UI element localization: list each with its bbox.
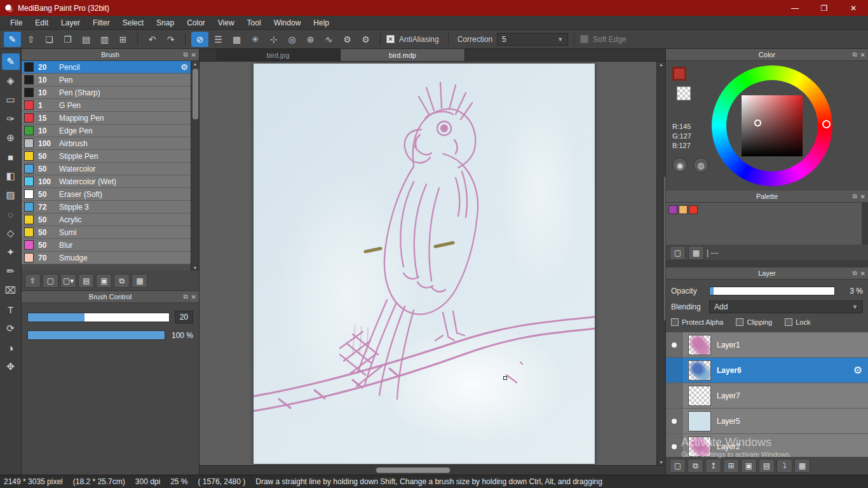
checkbox-lock[interactable]: Lock: [785, 318, 810, 326]
close-icon[interactable]: ✕: [191, 294, 196, 301]
canvas-vertical-scrollbar[interactable]: ▲ ▼: [656, 62, 665, 465]
menu-window[interactable]: Window: [268, 17, 308, 29]
palette-color-swatch[interactable]: [689, 205, 698, 214]
scroll-down-icon[interactable]: ▼: [659, 460, 663, 464]
brush-row[interactable]: 10 Edge Pen: [22, 125, 191, 137]
edit-brush-icon[interactable]: ▤: [78, 274, 94, 288]
scroll-up-icon[interactable]: ▲: [659, 62, 663, 67]
brush-row[interactable]: 50 Acrylic: [22, 214, 191, 226]
snap-curve-icon[interactable]: ∿: [320, 32, 337, 47]
layer-settings-gear-icon[interactable]: ⚙: [853, 364, 862, 376]
hand-tool[interactable]: ✥: [2, 358, 20, 375]
merge-layer-icon[interactable]: ⤵: [776, 459, 792, 473]
foreground-color-swatch[interactable]: [672, 67, 686, 81]
menu-view[interactable]: View: [212, 17, 241, 29]
layer-row-layer2[interactable]: Layer2: [666, 434, 868, 457]
copy-layer-icon[interactable]: ▤: [759, 459, 775, 473]
menu-help[interactable]: Help: [307, 17, 336, 29]
chat-icon[interactable]: ❐: [59, 32, 76, 47]
snap-settings-icon[interactable]: ⚙: [357, 32, 374, 47]
layer-visibility-toggle[interactable]: [666, 434, 682, 457]
canvas[interactable]: [254, 64, 595, 464]
scrollbar-thumb[interactable]: [376, 467, 451, 473]
layer-row-layer1[interactable]: Layer1: [666, 332, 868, 358]
close-icon[interactable]: ✕: [860, 51, 865, 58]
checkbox-clipping[interactable]: Clipping: [736, 318, 772, 326]
maximize-button[interactable]: ❐: [810, 0, 839, 16]
close-icon[interactable]: ✕: [860, 193, 865, 200]
snap-off-icon[interactable]: ⊘: [191, 32, 208, 47]
brush-opacity-slider[interactable]: [27, 330, 165, 340]
upload-icon[interactable]: ⇧: [22, 32, 39, 47]
menu-edit[interactable]: Edit: [29, 17, 55, 29]
scrollbar-thumb[interactable]: [193, 69, 198, 119]
rotate-tool[interactable]: ⟳: [2, 320, 20, 337]
menu-filter[interactable]: Filter: [86, 17, 116, 29]
select-marquee-tool[interactable]: ▭: [2, 92, 20, 108]
move-tool[interactable]: ⊕: [2, 130, 20, 146]
popout-icon[interactable]: ⧉: [852, 193, 857, 200]
menu-layer[interactable]: Layer: [55, 17, 86, 29]
layer-opacity-slider[interactable]: [709, 287, 835, 295]
canvas-viewport[interactable]: ▲ ▼: [200, 62, 665, 465]
duplicate-brush-icon[interactable]: ⧉: [114, 274, 130, 288]
redo-icon[interactable]: ↷: [162, 32, 179, 47]
correction-dropdown[interactable]: 5 ▼: [497, 33, 568, 46]
snap-grid-icon[interactable]: ▦: [228, 32, 245, 47]
menu-file[interactable]: File: [4, 17, 29, 29]
layer-thumbnail[interactable]: [688, 335, 711, 355]
checkbox-box[interactable]: [785, 318, 792, 326]
popout-icon[interactable]: ⧉: [183, 51, 187, 58]
select-eraser-tool[interactable]: ⌧: [2, 282, 20, 299]
snap-gear-icon[interactable]: ⚙: [339, 32, 356, 47]
brush-row[interactable]: 10 Pen (Sharp): [22, 86, 191, 99]
antialiasing-checkbox[interactable]: ✕: [386, 35, 395, 43]
brush-list-scrollbar[interactable]: ▲ ▼: [191, 61, 199, 271]
layer-row-layer5[interactable]: Layer5: [666, 409, 868, 434]
brush-size-slider[interactable]: [27, 313, 170, 322]
brush-row[interactable]: 70 Smudge: [22, 252, 191, 264]
blending-dropdown[interactable]: Add ▼: [709, 301, 863, 313]
brush-row[interactable]: 50 Stipple Pen: [22, 150, 191, 163]
brush-row[interactable]: 50 Watercolor: [22, 163, 191, 175]
select-lasso-tool[interactable]: ◌: [2, 206, 20, 222]
snap-vanishing-icon[interactable]: ⊹: [265, 32, 282, 47]
layer-visibility-toggle[interactable]: [666, 383, 682, 408]
page-icon[interactable]: ▤: [78, 32, 95, 47]
eraser-tool[interactable]: ◈: [2, 72, 20, 89]
palette-color-swatch[interactable]: [668, 205, 677, 214]
duplicate-layer-icon[interactable]: ⧉: [688, 459, 703, 473]
scroll-down-icon[interactable]: ▼: [193, 266, 198, 270]
brush-folder-icon[interactable]: ▣: [96, 274, 112, 288]
checkbox-box[interactable]: [671, 318, 679, 326]
brush-row[interactable]: 20 Pencil ⚙: [22, 61, 191, 74]
layer-add-menu-icon[interactable]: ⊞: [723, 459, 739, 473]
close-icon[interactable]: ✕: [191, 51, 196, 58]
fill-rect-tool[interactable]: ■: [2, 149, 20, 165]
select-pen-tool[interactable]: ✏: [2, 263, 20, 280]
popout-icon[interactable]: ⧉: [183, 293, 187, 301]
snap-radial-icon[interactable]: ⊛: [302, 32, 319, 47]
snap-concentric-icon[interactable]: ◎: [283, 32, 301, 47]
palette-add-icon[interactable]: ▢: [670, 246, 686, 260]
add-layer-icon[interactable]: ▢: [670, 459, 686, 473]
brush-tool[interactable]: ✑: [2, 111, 20, 127]
brush-row[interactable]: 1 G Pen: [22, 99, 191, 112]
layer-visibility-toggle[interactable]: [666, 409, 682, 433]
brush-row[interactable]: 50 Blur: [22, 239, 191, 252]
menu-tool[interactable]: Tool: [241, 17, 268, 29]
palette-color-swatch[interactable]: [679, 205, 688, 214]
text-tool[interactable]: T: [2, 301, 20, 318]
layer-row-layer7[interactable]: Layer7: [666, 383, 868, 409]
brush-row[interactable]: 10 Pen: [22, 74, 191, 86]
layer-visibility-toggle[interactable]: [666, 358, 682, 383]
sv-picker-indicator[interactable]: [754, 119, 761, 126]
scroll-up-icon[interactable]: ▲: [193, 62, 198, 66]
eyedropper-tool[interactable]: ◑: [2, 339, 20, 356]
layer-thumbnail[interactable]: [688, 386, 711, 406]
layer-thumbnail[interactable]: [688, 437, 711, 457]
gradient-tool[interactable]: ▨: [2, 187, 20, 203]
minimize-button[interactable]: —: [780, 0, 810, 16]
add-brush-dropdown-icon[interactable]: ▢▾: [60, 274, 76, 288]
background-color-swatch[interactable]: [677, 86, 691, 100]
